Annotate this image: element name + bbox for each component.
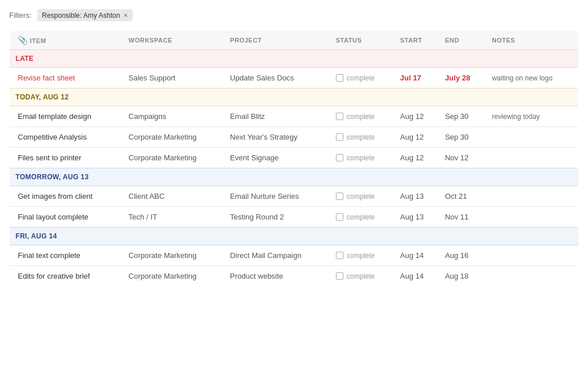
table-row: Email template designCampaignsEmail Blit… <box>10 106 579 127</box>
table-row: Competitive AnalysisCorporate MarketingN… <box>10 127 579 148</box>
item-name: Final text complete <box>18 251 80 260</box>
project-cell: Product website <box>225 266 330 287</box>
start-date: Aug 12 <box>394 148 439 168</box>
col-header-workspace: WORKSPACE <box>123 31 225 50</box>
table-row: Final text completeCorporate MarketingDi… <box>10 245 579 266</box>
status-cell: complete <box>336 213 389 221</box>
project-cell: Testing Round 2 <box>225 207 330 228</box>
end-date: Nov 12 <box>439 148 486 168</box>
workspace-cell: Campaigns <box>123 106 225 127</box>
status-checkbox[interactable] <box>336 192 343 200</box>
end-date: Sep 30 <box>439 127 486 148</box>
notes-cell: reviewing today <box>486 106 579 127</box>
col-label-item: ITEM <box>30 37 46 44</box>
start-date: Jul 17 <box>394 68 439 88</box>
section-label-late: LATE <box>10 50 579 68</box>
notes-cell: waiting on new logo <box>486 68 579 88</box>
workspace-cell: Tech / IT <box>123 207 225 228</box>
project-cell: Event Signage <box>225 148 330 168</box>
col-header-item: 📎 ITEM <box>10 31 123 50</box>
project-cell: Email Nurture Series <box>225 186 330 207</box>
col-header-project: PROJECT <box>225 31 330 50</box>
status-text: complete <box>347 154 375 162</box>
status-cell: complete <box>336 272 389 280</box>
project-cell: Next Year's Strategy <box>225 127 330 148</box>
filter-tag[interactable]: Responsible: Amy Ashton × <box>37 9 133 21</box>
item-name[interactable]: Revise fact sheet <box>18 74 75 82</box>
notes-cell <box>486 245 579 266</box>
filter-tag-text: Responsible: Amy Ashton <box>42 11 120 20</box>
notes-cell <box>486 127 579 148</box>
project-cell: Direct Mail Campaign <box>225 245 330 266</box>
status-checkbox[interactable] <box>336 133 343 141</box>
status-checkbox[interactable] <box>336 74 343 82</box>
start-date: Aug 12 <box>394 106 439 127</box>
table-body: LATERevise fact sheetSales SupportUpdate… <box>10 50 579 287</box>
status-text: complete <box>347 252 375 260</box>
status-checkbox[interactable] <box>336 113 343 120</box>
project-cell: Update Sales Docs <box>225 68 330 88</box>
table-row: Files sent to printerCorporate Marketing… <box>10 148 579 168</box>
item-name: Get images from client <box>18 192 92 201</box>
item-name: Email template design <box>18 112 91 121</box>
end-date: Oct 21 <box>439 186 486 207</box>
section-label-fri: FRI, AUG 14 <box>10 228 579 245</box>
workspace-cell: Client ABC <box>123 186 225 207</box>
start-date: Aug 14 <box>394 245 439 266</box>
status-cell: complete <box>336 113 389 121</box>
status-checkbox[interactable] <box>336 213 343 221</box>
filters-label: Filters: <box>9 11 32 20</box>
item-name: Competitive Analysis <box>18 133 87 141</box>
status-cell: complete <box>336 74 389 82</box>
table-row: Edits for creative briefCorporate Market… <box>10 266 579 287</box>
item-name: Files sent to printer <box>18 153 82 162</box>
status-checkbox[interactable] <box>336 154 343 161</box>
status-text: complete <box>347 113 375 121</box>
attach-icon: 📎 <box>18 36 28 45</box>
section-label-tomorrow: TOMORROW, AUG 13 <box>10 168 579 186</box>
workspace-cell: Corporate Marketing <box>123 148 225 168</box>
section-header-today: TODAY, AUG 12 <box>10 88 579 106</box>
start-date: Aug 12 <box>394 127 439 148</box>
status-cell: complete <box>336 133 389 141</box>
table-row: Revise fact sheetSales SupportUpdate Sal… <box>10 68 579 88</box>
main-table: 📎 ITEM WORKSPACE PROJECT STATUS START EN… <box>9 30 579 287</box>
status-text: complete <box>347 133 375 141</box>
end-date: Aug 16 <box>439 245 486 266</box>
workspace-cell: Sales Support <box>123 68 225 88</box>
item-name: Edits for creative brief <box>18 272 90 280</box>
filters-bar: Filters: Responsible: Amy Ashton × <box>9 9 579 21</box>
notes-cell <box>486 266 579 287</box>
col-header-status: STATUS <box>330 31 394 50</box>
status-checkbox[interactable] <box>336 252 343 259</box>
end-date: July 28 <box>439 68 486 88</box>
status-cell: complete <box>336 154 389 162</box>
project-cell: Email Blitz <box>225 106 330 127</box>
col-header-end: END <box>439 31 486 50</box>
start-date: Aug 14 <box>394 266 439 287</box>
workspace-cell: Corporate Marketing <box>123 127 225 148</box>
status-cell: complete <box>336 252 389 260</box>
status-text: complete <box>347 272 375 280</box>
col-header-notes: NOTES <box>486 31 579 50</box>
section-header-late: LATE <box>10 50 579 68</box>
filter-tag-close[interactable]: × <box>123 11 128 20</box>
end-date: Nov 11 <box>439 207 486 228</box>
notes-cell <box>486 148 579 168</box>
end-date: Sep 30 <box>439 106 486 127</box>
workspace-cell: Corporate Marketing <box>123 266 225 287</box>
table-header: 📎 ITEM WORKSPACE PROJECT STATUS START EN… <box>10 31 579 50</box>
notes-cell <box>486 186 579 207</box>
status-text: complete <box>347 192 375 201</box>
end-date: Aug 18 <box>439 266 486 287</box>
table-row: Get images from clientClient ABCEmail Nu… <box>10 186 579 207</box>
table-row: Final layout completeTech / ITTesting Ro… <box>10 207 579 228</box>
item-name: Final layout complete <box>18 213 88 221</box>
status-checkbox[interactable] <box>336 272 343 280</box>
start-date: Aug 13 <box>394 186 439 207</box>
section-label-today: TODAY, AUG 12 <box>10 88 579 106</box>
section-header-tomorrow: TOMORROW, AUG 13 <box>10 168 579 186</box>
notes-cell <box>486 207 579 228</box>
start-date: Aug 13 <box>394 207 439 228</box>
section-header-fri: FRI, AUG 14 <box>10 228 579 245</box>
